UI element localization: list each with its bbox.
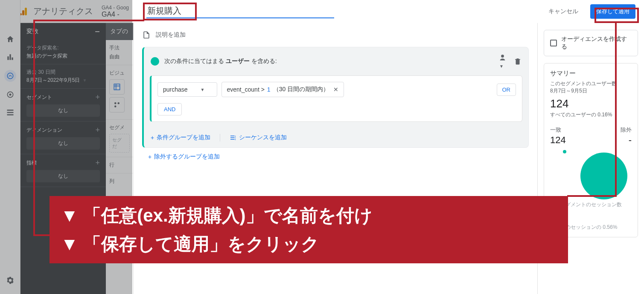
nav-rail	[0, 0, 20, 294]
exclude-label: 除外	[621, 126, 632, 134]
tab-segment-label: セグメ	[109, 124, 130, 131]
svg-rect-4	[9, 54, 11, 60]
exploration-name[interactable]: 無題のデータ探索	[26, 52, 100, 60]
annotation-connector	[33, 234, 50, 236]
save-apply-button[interactable]: 保存して適用	[590, 4, 635, 19]
cols-label: 列	[106, 173, 133, 189]
svg-point-18	[501, 55, 504, 58]
segment-hint: セグ	[112, 137, 122, 142]
segment-dropzone[interactable]: セグ だ	[109, 134, 130, 153]
include-suffix: を含める:	[250, 58, 277, 64]
create-audience-label: オーディエンスを作成する	[561, 35, 632, 51]
description-icon	[142, 31, 151, 39]
settings-icon[interactable]	[5, 275, 15, 285]
annotation-connector	[33, 20, 35, 236]
add-segment-icon[interactable]: +	[95, 93, 100, 102]
chevron-down-icon: ▼	[82, 78, 87, 83]
segment-name-input[interactable]	[146, 4, 334, 18]
tab-settings-title: タブの	[106, 23, 133, 40]
include-prefix: 次の条件に当てはまる	[164, 58, 226, 64]
breadcrumb[interactable]: GA4 - Goog GA4 -	[102, 5, 129, 18]
plus-icon: +	[148, 153, 152, 160]
exploration-name-label: データ探索名:	[26, 44, 100, 52]
svg-rect-12	[114, 84, 120, 90]
checkbox-icon	[550, 40, 557, 46]
add-dimension-icon[interactable]: +	[95, 126, 100, 135]
date-range-value[interactable]: 8月7日～2022年9月5日 ▼	[26, 77, 100, 84]
add-condition-group-button[interactable]: + 条件グループを追加	[151, 134, 210, 141]
add-description-label: 説明を追加	[156, 31, 186, 39]
segments-label: セグメント	[26, 94, 52, 101]
explore-icon[interactable]	[4, 70, 16, 82]
include-text: 次の条件に当てはまる ユーザー を含める:	[164, 58, 277, 65]
summary-users-label: このセグメントのユーザー数	[550, 80, 632, 87]
annotation-connector	[33, 20, 144, 21]
reports-icon[interactable]	[5, 52, 15, 62]
annotation-connector	[567, 195, 617, 197]
venn-chart	[550, 148, 632, 199]
svg-rect-0	[25, 8, 27, 15]
date-range-label: 過去 30 日間	[26, 69, 100, 76]
segment-none[interactable]: なし	[26, 104, 100, 117]
variables-title: 変数	[26, 28, 38, 35]
param-prefix: event_count >	[227, 86, 265, 93]
add-exclude-label: 除外するグループを追加	[154, 153, 220, 161]
chevron-down-icon: ▼	[201, 87, 205, 92]
and-button[interactable]: AND	[157, 103, 182, 115]
technique-label: 手法	[109, 44, 130, 52]
collapse-icon[interactable]: −	[95, 27, 100, 37]
parameter-chip[interactable]: event_count > 1（30 日間の期間内） ✕	[221, 82, 344, 97]
add-sequence-label: シーケンスを追加	[239, 134, 287, 141]
configure-icon[interactable]	[5, 107, 15, 118]
viz-table-icon[interactable]	[109, 79, 125, 95]
event-selector[interactable]: purchase ▼	[157, 82, 217, 97]
add-condition-group-label: 条件グループを追加	[157, 134, 210, 141]
add-sequence-button[interactable]: シーケンスを追加	[230, 134, 287, 141]
summary-users-count: 124	[550, 97, 632, 110]
svg-point-8	[9, 94, 11, 96]
summary-title: サマリー	[550, 69, 632, 78]
venn-big-circle	[580, 153, 627, 199]
event-name: purchase	[163, 86, 188, 93]
advertising-icon[interactable]	[5, 89, 15, 100]
exclude-value: -	[621, 135, 632, 146]
cancel-button[interactable]: キャンセル	[543, 4, 583, 19]
svg-rect-9	[7, 110, 13, 111]
or-button[interactable]: OR	[497, 84, 516, 96]
scope-selector-icon[interactable]: ▼	[499, 53, 508, 69]
add-exclude-group-button[interactable]: + 除外するグループを追加	[148, 153, 529, 161]
annotation-line1: ▼ 「任意(ex.新規購入)」で名前を付け	[61, 201, 568, 230]
svg-point-16	[118, 102, 120, 104]
editor-header: キャンセル 保存して適用	[134, 0, 644, 23]
add-description-button[interactable]: 説明を追加	[142, 31, 529, 39]
annotation-connector	[615, 22, 617, 197]
annotation-banner: ▼ 「任意(ex.新規購入)」で名前を付け ▼ 「保存して適用」をクリック	[50, 196, 568, 263]
metrics-label: 指標	[26, 159, 37, 167]
breadcrumb-top: GA4 - Goog	[102, 5, 129, 11]
annotation-line2: ▼ 「保存して適用」をクリック	[61, 230, 568, 258]
svg-rect-11	[7, 114, 13, 115]
home-icon[interactable]	[5, 34, 15, 44]
dimension-none[interactable]: なし	[26, 137, 100, 150]
venn-small-dot	[563, 150, 566, 153]
divider	[220, 134, 220, 141]
create-audience-checkbox[interactable]: オーディエンスを作成する	[544, 30, 638, 56]
sequence-icon	[230, 134, 236, 141]
viz-other-icon[interactable]	[109, 97, 125, 112]
include-scope: ユーザー	[226, 58, 250, 64]
delete-group-icon[interactable]	[514, 58, 522, 65]
svg-point-15	[114, 102, 117, 104]
metric-none[interactable]: なし	[26, 170, 100, 182]
remove-param-icon[interactable]: ✕	[333, 86, 338, 93]
condition-header: 次の条件に当てはまる ユーザー を含める: ▼	[144, 47, 528, 75]
segment-hint2: だ	[112, 144, 117, 149]
match-label: 一致	[550, 126, 566, 134]
technique-value[interactable]: 自由	[109, 53, 130, 61]
app-title: アナリティクス	[33, 6, 93, 17]
add-metric-icon[interactable]: +	[95, 159, 100, 167]
match-value: 124	[550, 135, 566, 146]
summary-users-dates: 8月7日～9月5日	[550, 87, 632, 95]
svg-rect-3	[7, 56, 9, 60]
summary-users-pct: すべてのユーザーの 0.16%	[550, 111, 632, 118]
breadcrumb-main: GA4 -	[102, 11, 129, 18]
